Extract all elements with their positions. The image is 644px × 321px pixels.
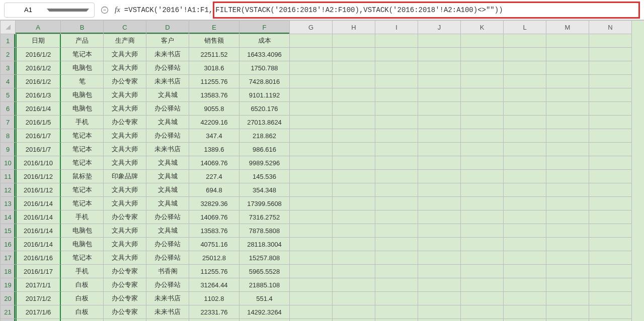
cell-J18[interactable] (418, 265, 461, 278)
cell-K14[interactable] (461, 210, 504, 224)
cell-B6[interactable]: 电脑包 (61, 102, 104, 116)
cell-M4[interactable] (546, 75, 589, 88)
cell-F14[interactable]: 7316.2752 (239, 210, 290, 224)
cell-G18[interactable] (290, 265, 333, 278)
row-header-4[interactable]: 4 (1, 75, 16, 88)
cell-N5[interactable] (589, 88, 632, 102)
cell-E4[interactable]: 11255.76 (189, 75, 239, 88)
cell-N16[interactable] (589, 238, 632, 251)
row-header-17[interactable]: 17 (1, 251, 16, 265)
cell-J22[interactable] (418, 319, 461, 321)
cell-A13[interactable]: 2016/1/14 (16, 197, 61, 210)
cell-M5[interactable] (546, 88, 589, 102)
cell-L18[interactable] (504, 265, 546, 278)
row-header-11[interactable]: 11 (1, 170, 16, 183)
column-header-F[interactable]: F (239, 21, 290, 34)
cell-J10[interactable] (418, 156, 461, 170)
cell-G22[interactable] (290, 319, 333, 321)
cell-D3[interactable]: 办公驿站 (146, 61, 189, 75)
cell-K16[interactable] (461, 238, 504, 251)
cell-K8[interactable] (461, 129, 504, 143)
row-header-1[interactable]: 1 (1, 34, 16, 48)
cell-N22[interactable] (589, 319, 632, 321)
cell-G6[interactable] (290, 102, 333, 116)
row-header-7[interactable]: 7 (1, 116, 16, 129)
cell-C19[interactable]: 办公专家 (104, 278, 146, 292)
select-all-corner[interactable] (1, 21, 16, 34)
cell-F18[interactable]: 5965.5528 (239, 265, 290, 278)
cell-N1[interactable] (589, 34, 632, 48)
cell-N8[interactable] (589, 129, 632, 143)
spreadsheet-grid[interactable]: ABCDEFGHIJKLMN1日期产品生产商客户销售额成本22016/1/2笔记… (0, 20, 644, 321)
cell-H19[interactable] (333, 278, 375, 292)
cell-J19[interactable] (418, 278, 461, 292)
cell-E18[interactable]: 11255.76 (189, 265, 239, 278)
cell-I6[interactable] (375, 102, 418, 116)
cell-H14[interactable] (333, 210, 375, 224)
cell-J11[interactable] (418, 170, 461, 183)
cell-H4[interactable] (333, 75, 375, 88)
column-header-K[interactable]: K (461, 21, 504, 34)
cell-F6[interactable]: 6520.176 (239, 102, 290, 116)
cell-L10[interactable] (504, 156, 546, 170)
cell-B4[interactable]: 笔 (61, 75, 104, 88)
row-header-16[interactable]: 16 (1, 238, 16, 251)
cell-F15[interactable]: 7878.5808 (239, 224, 290, 238)
column-header-G[interactable]: G (290, 21, 333, 34)
cell-D11[interactable]: 文具城 (146, 170, 189, 183)
cell-E16[interactable]: 40751.16 (189, 238, 239, 251)
cell-L1[interactable] (504, 34, 546, 48)
cancel-formula-button[interactable] (99, 4, 111, 16)
cell-B19[interactable]: 白板 (61, 278, 104, 292)
cell-M20[interactable] (546, 292, 589, 305)
cell-F1[interactable]: 成本 (239, 34, 290, 48)
cell-E1[interactable]: 销售额 (189, 34, 239, 48)
cell-I12[interactable] (375, 183, 418, 197)
cell-A7[interactable]: 2016/1/5 (16, 116, 61, 129)
cell-L5[interactable] (504, 88, 546, 102)
cell-L20[interactable] (504, 292, 546, 305)
cell-B14[interactable]: 手机 (61, 210, 104, 224)
cell-E13[interactable]: 32829.36 (189, 197, 239, 210)
cell-I17[interactable] (375, 251, 418, 265)
cell-N2[interactable] (589, 48, 632, 61)
cell-E14[interactable]: 14069.76 (189, 210, 239, 224)
cell-D9[interactable]: 未来书店 (146, 143, 189, 156)
cell-B21[interactable]: 白板 (61, 305, 104, 319)
formula-input[interactable]: =VSTACK('2016'!A1:F1, FILTER(VSTACK('201… (124, 3, 640, 18)
cell-G15[interactable] (290, 224, 333, 238)
cell-B16[interactable]: 电脑包 (61, 238, 104, 251)
cell-E9[interactable]: 1389.6 (189, 143, 239, 156)
cell-L6[interactable] (504, 102, 546, 116)
cell-I19[interactable] (375, 278, 418, 292)
cell-D16[interactable]: 办公驿站 (146, 238, 189, 251)
cell-I1[interactable] (375, 34, 418, 48)
cell-B12[interactable]: 笔记本 (61, 183, 104, 197)
cell-B2[interactable]: 笔记本 (61, 48, 104, 61)
cell-C1[interactable]: 生产商 (104, 34, 146, 48)
cell-J3[interactable] (418, 61, 461, 75)
cell-J17[interactable] (418, 251, 461, 265)
row-header-18[interactable]: 18 (1, 265, 16, 278)
cell-I8[interactable] (375, 129, 418, 143)
cell-J20[interactable] (418, 292, 461, 305)
row-header-6[interactable]: 6 (1, 102, 16, 116)
cell-N11[interactable] (589, 170, 632, 183)
cell-H10[interactable] (333, 156, 375, 170)
column-header-C[interactable]: C (104, 21, 146, 34)
row-header-21[interactable]: 21 (1, 305, 16, 319)
cell-I22[interactable] (375, 319, 418, 321)
cell-F9[interactable]: 986.616 (239, 143, 290, 156)
cell-D21[interactable]: 未来书店 (146, 305, 189, 319)
cell-L21[interactable] (504, 305, 546, 319)
cell-J9[interactable] (418, 143, 461, 156)
cell-K6[interactable] (461, 102, 504, 116)
cell-H1[interactable] (333, 34, 375, 48)
cell-F17[interactable]: 15257.808 (239, 251, 290, 265)
cell-M2[interactable] (546, 48, 589, 61)
cell-A19[interactable]: 2017/1/1 (16, 278, 61, 292)
cell-D14[interactable]: 办公驿站 (146, 210, 189, 224)
cell-B1[interactable]: 产品 (61, 34, 104, 48)
cell-C16[interactable]: 文具大师 (104, 238, 146, 251)
row-header-3[interactable]: 3 (1, 61, 16, 75)
